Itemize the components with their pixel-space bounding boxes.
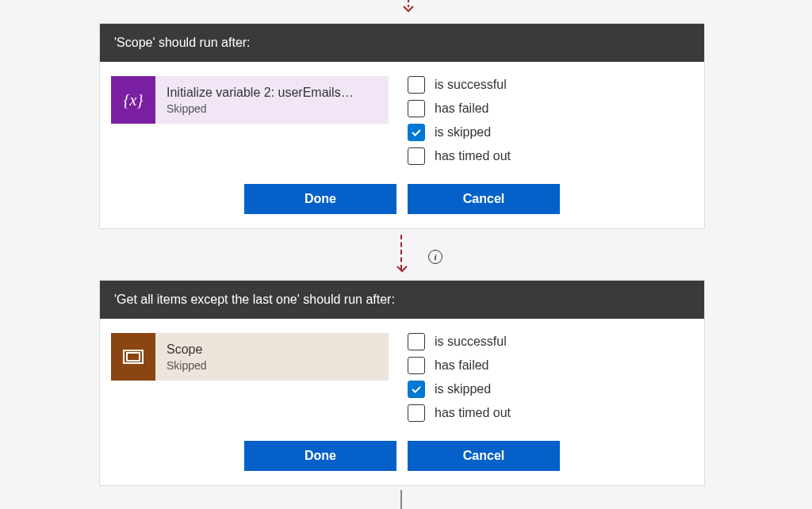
previous-action-text: Scope Skipped <box>155 333 389 381</box>
card-header: 'Scope' should run after: <box>100 24 704 62</box>
condition-label: has timed out <box>435 406 511 420</box>
condition-skipped: is skipped <box>408 124 511 141</box>
card-header: 'Get all items except the last one' shou… <box>100 281 704 319</box>
checkbox-successful[interactable] <box>408 333 425 350</box>
scope-icon <box>111 333 155 381</box>
condition-label: is successful <box>435 335 507 349</box>
run-after-card-get-items: 'Get all items except the last one' shou… <box>99 280 705 486</box>
run-after-card-scope: 'Scope' should run after: {x} Initialize… <box>99 23 705 229</box>
condition-failed: has failed <box>408 357 511 374</box>
previous-action-status: Skipped <box>167 359 377 372</box>
cancel-button[interactable]: Cancel <box>408 184 560 214</box>
flow-connector <box>400 235 401 276</box>
card-footer: Done Cancel <box>100 176 704 228</box>
checkbox-failed[interactable] <box>408 357 425 374</box>
checkbox-timedout[interactable] <box>408 404 425 422</box>
condition-label: is skipped <box>435 125 491 140</box>
done-button[interactable]: Done <box>244 441 396 471</box>
previous-action-title: Scope <box>167 343 377 357</box>
checkbox-timedout[interactable] <box>408 147 425 165</box>
flow-arrow-top <box>400 0 416 16</box>
checkbox-skipped[interactable] <box>408 381 425 398</box>
condition-label: has timed out <box>435 149 511 163</box>
condition-label: is skipped <box>435 382 491 396</box>
condition-label: has failed <box>435 101 489 116</box>
condition-skipped: is skipped <box>408 381 511 398</box>
previous-action-status: Skipped <box>167 102 377 115</box>
condition-timedout: has timed out <box>408 147 511 165</box>
previous-action[interactable]: {x} Initialize variable 2: userEmails… S… <box>111 76 389 124</box>
condition-timedout: has timed out <box>408 404 511 422</box>
checkbox-skipped[interactable] <box>408 124 425 141</box>
previous-action[interactable]: Scope Skipped <box>111 333 389 381</box>
card-body: {x} Initialize variable 2: userEmails… S… <box>100 62 704 176</box>
card-footer: Done Cancel <box>100 433 704 485</box>
done-button[interactable]: Done <box>244 184 396 214</box>
previous-action-title: Initialize variable 2: userEmails… <box>167 86 377 100</box>
condition-label: has failed <box>435 358 489 373</box>
conditions-list: is successful has failed is skipped has … <box>408 76 511 165</box>
cancel-button[interactable]: Cancel <box>408 441 560 471</box>
info-icon[interactable]: i <box>428 250 442 264</box>
flow-connector-bottom <box>400 490 402 509</box>
check-icon <box>411 127 422 138</box>
check-icon <box>411 384 422 395</box>
variable-icon: {x} <box>111 76 155 124</box>
chevron-down-icon <box>396 265 408 273</box>
conditions-list: is successful has failed is skipped has … <box>408 333 511 422</box>
condition-successful: is successful <box>408 76 511 94</box>
checkbox-successful[interactable] <box>408 76 425 94</box>
condition-failed: has failed <box>408 100 511 117</box>
card-body: Scope Skipped is successful has failed <box>100 319 704 433</box>
condition-label: is successful <box>435 78 507 92</box>
condition-successful: is successful <box>408 333 511 350</box>
previous-action-text: Initialize variable 2: userEmails… Skipp… <box>155 76 389 124</box>
checkbox-failed[interactable] <box>408 100 425 117</box>
